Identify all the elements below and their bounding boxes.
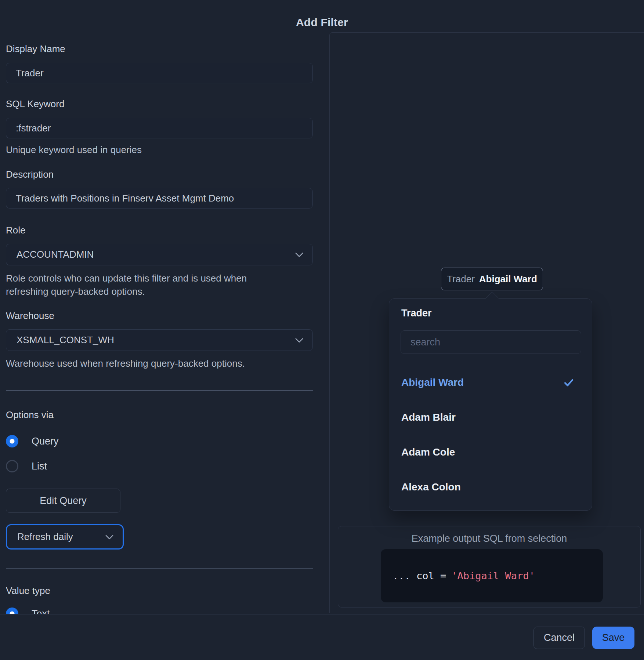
- sql-keyword-input[interactable]: [6, 118, 313, 138]
- option-item-label: Adam Cole: [401, 446, 455, 458]
- radio-selected-icon: [6, 435, 18, 447]
- option-item[interactable]: Adam Cole: [389, 435, 592, 469]
- search-input[interactable]: [401, 330, 581, 354]
- sql-code-block: ... col = 'Abigail Ward': [381, 549, 603, 602]
- value-type-label: Value type: [6, 585, 50, 596]
- filter-options-popover: Trader Abigail Ward Adam Blair Adam Cole…: [389, 298, 592, 511]
- value-type-radio-text[interactable]: Text: [6, 606, 50, 614]
- footer-divider: [0, 614, 644, 614]
- sql-keyword-label: SQL Keyword: [6, 98, 64, 110]
- form-divider: [6, 390, 313, 391]
- sql-keyword-helper: Unique keyword used in queries: [6, 143, 142, 156]
- refresh-schedule-value: Refresh daily: [17, 531, 73, 543]
- warehouse-helper: Warehouse used when refreshing query-bac…: [6, 357, 245, 370]
- chevron-down-icon: [295, 249, 304, 257]
- form-divider: [6, 568, 313, 569]
- filter-chip-value: Abigail Ward: [479, 273, 537, 285]
- option-item[interactable]: Abigail Ward: [389, 365, 592, 400]
- options-via-label: Options via: [6, 409, 54, 421]
- cancel-button[interactable]: Cancel: [533, 627, 585, 649]
- filter-form: Display Name SQL Keyword Unique keyword …: [6, 0, 313, 614]
- role-select-value: ACCOUNTADMIN: [17, 249, 94, 260]
- add-filter-dialog: Add Filter Display Name SQL Keyword Uniq…: [0, 0, 644, 660]
- warehouse-select[interactable]: XSMALL_CONST_WH: [6, 329, 313, 351]
- role-select[interactable]: ACCOUNTADMIN: [6, 244, 313, 265]
- chevron-down-icon: [295, 334, 304, 343]
- options-via-radio-list[interactable]: List: [6, 459, 47, 474]
- popover-header: Trader: [401, 308, 432, 319]
- check-icon: [563, 377, 574, 388]
- options-via-radio-query[interactable]: Query: [6, 434, 59, 449]
- option-item[interactable]: Alexa Colon: [389, 469, 592, 504]
- sql-example-title: Example output SQL from selection: [338, 533, 640, 544]
- option-item-label: Alexa Colon: [401, 481, 461, 493]
- option-item-label: Adam Blair: [401, 411, 456, 423]
- radio-unselected-icon: [6, 460, 18, 472]
- option-item-label: Abigail Ward: [401, 377, 464, 388]
- chevron-down-icon: [105, 531, 114, 540]
- filter-chip[interactable]: Trader Abigail Ward: [441, 268, 543, 290]
- display-name-label: Display Name: [6, 43, 65, 55]
- preview-panel: Trader Abigail Ward Trader Abigail Ward …: [329, 32, 644, 613]
- save-button[interactable]: Save: [592, 627, 634, 649]
- warehouse-select-value: XSMALL_CONST_WH: [17, 334, 114, 346]
- description-input[interactable]: [6, 188, 313, 208]
- sql-example-panel: Example output SQL from selection ... co…: [338, 526, 641, 608]
- radio-query-label: Query: [32, 436, 59, 447]
- sql-code-prefix: ... col =: [392, 570, 446, 581]
- description-label: Description: [6, 169, 54, 180]
- display-name-input[interactable]: [6, 63, 313, 83]
- role-label: Role: [6, 225, 25, 236]
- option-item[interactable]: Adam Blair: [389, 400, 592, 435]
- filter-chip-label: Trader: [447, 273, 475, 285]
- warehouse-label: Warehouse: [6, 310, 54, 322]
- radio-list-label: List: [32, 461, 47, 472]
- role-helper: Role controls who can update this filter…: [6, 272, 270, 298]
- edit-query-button[interactable]: Edit Query: [6, 489, 120, 513]
- refresh-schedule-select[interactable]: Refresh daily: [6, 524, 124, 550]
- sql-code-string: 'Abigail Ward': [451, 570, 535, 581]
